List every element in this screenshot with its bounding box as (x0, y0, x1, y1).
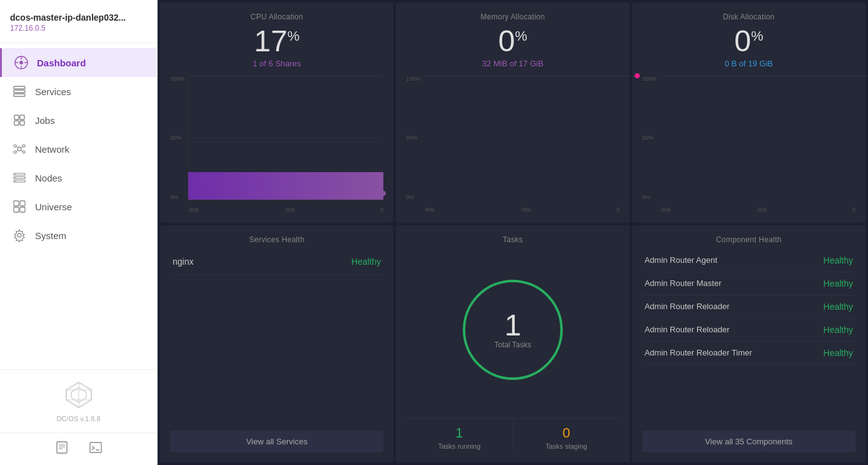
memory-chart: 100% 50% 0% -60s -30s 0 (406, 76, 619, 213)
svg-line-18 (16, 146, 18, 148)
sidebar-item-dashboard[interactable]: Dashboard (0, 48, 157, 77)
sidebar-item-label: Network (35, 144, 69, 155)
main-content: CPU Allocation 17% 1 of 6 Shares 100% 50… (158, 0, 868, 465)
disk-subtitle: 0 B of 19 GiB (725, 59, 773, 68)
svg-line-20 (16, 150, 18, 151)
grid-line (188, 76, 383, 76)
svg-line-21 (21, 150, 23, 151)
sidebar-item-nodes[interactable]: Nodes (0, 163, 157, 192)
component-row-2: Admin Router Reloader Healthy (642, 295, 855, 319)
memory-subtitle: 32 MiB of 17 GiB (482, 59, 543, 68)
sidebar-nav: Dashboard Services (0, 43, 157, 369)
sidebar-item-jobs[interactable]: Jobs (0, 106, 157, 135)
sidebar-item-label: Dashboard (37, 58, 86, 68)
svg-rect-8 (14, 94, 25, 96)
universe-icon (13, 200, 26, 213)
terminal-icon[interactable] (89, 441, 103, 457)
service-name: nginx (173, 257, 193, 267)
grid-line (188, 138, 383, 138)
sidebar-item-label: Nodes (35, 173, 62, 183)
tasks-staging-label: Tasks staging (516, 442, 617, 450)
svg-point-32 (18, 233, 21, 237)
jobs-icon (13, 113, 26, 127)
service-status: Healthy (351, 257, 381, 267)
svg-point-14 (14, 145, 16, 147)
memory-percent: 0% (498, 26, 527, 56)
memory-card-title: Memory Allocation (480, 13, 545, 21)
dashboard-grid: CPU Allocation 17% 1 of 6 Shares 100% 50… (158, 0, 868, 465)
cpu-card-title: CPU Allocation (251, 13, 303, 21)
component-row-0: Admin Router Agent Healthy (642, 249, 855, 272)
memory-y-labels: 100% 50% 0% (406, 76, 420, 200)
svg-point-1 (19, 61, 23, 64)
svg-point-26 (15, 177, 16, 178)
svg-rect-29 (20, 201, 25, 206)
component-name-3: Admin Router Reloader (645, 325, 730, 334)
svg-rect-31 (20, 207, 25, 212)
tasks-total: 1 (505, 310, 522, 340)
sidebar-item-label: Universe (35, 202, 72, 212)
svg-point-27 (15, 181, 16, 182)
svg-rect-7 (14, 90, 25, 93)
sidebar-footer: DC/OS v.1.8.8 (0, 369, 157, 432)
disk-x-labels: -60s -30s 0 (660, 207, 855, 213)
tasks-total-label: Total Tasks (494, 340, 531, 349)
cpu-dot (381, 191, 386, 196)
component-row-4: Admin Router Reloader Timer Healthy (642, 342, 855, 365)
tasks-circle: 1 Total Tasks (463, 280, 563, 380)
cpu-subtitle: 1 of 6 Shares (253, 59, 301, 68)
disk-chart: 100% 50% 0% -60s -30s 0 (642, 76, 855, 213)
sidebar-item-services[interactable]: Services (0, 77, 157, 106)
component-row-1: Admin Router Master Healthy (642, 272, 855, 295)
component-status-3: Healthy (824, 325, 853, 335)
tasks-stats: 1 Tasks running 0 Tasks staging (406, 418, 619, 452)
grid-line (424, 76, 637, 76)
sidebar-item-network[interactable]: Network (0, 135, 157, 163)
memory-chart-inner (423, 76, 637, 76)
tasks-running-label: Tasks running (408, 442, 510, 450)
docs-icon[interactable] (55, 441, 69, 457)
tasks-staging-num: 0 (516, 425, 617, 441)
component-name-2: Admin Router Reloader (645, 302, 730, 311)
nodes-icon (13, 171, 26, 185)
svg-rect-10 (20, 115, 24, 120)
services-card-title: Services Health (170, 235, 383, 244)
tasks-staging-stat: 0 Tasks staging (513, 419, 620, 452)
svg-point-16 (14, 151, 16, 153)
disk-y-labels: 100% 50% 0% (642, 76, 657, 200)
app-ip: 172.16.0.5 (10, 24, 147, 33)
svg-rect-30 (14, 207, 19, 212)
component-status-4: Healthy (824, 348, 853, 358)
svg-point-25 (15, 174, 16, 175)
svg-rect-42 (90, 442, 101, 452)
services-icon (13, 84, 26, 98)
tasks-running-num: 1 (408, 425, 510, 441)
component-name-0: Admin Router Agent (645, 255, 717, 265)
sidebar-item-universe[interactable]: Universe (0, 192, 157, 221)
cpu-chart-inner (188, 76, 383, 200)
app-logo (64, 380, 94, 410)
system-icon (13, 228, 26, 242)
component-status-2: Healthy (824, 302, 853, 312)
sidebar-item-system[interactable]: System (0, 221, 157, 250)
cpu-percent: 17% (254, 26, 300, 56)
component-card-title: Component Health (642, 235, 855, 244)
svg-rect-9 (14, 115, 19, 120)
view-services-button[interactable]: View all Services (170, 431, 383, 452)
disk-chart-inner (660, 76, 868, 76)
disk-percent: 0% (734, 26, 763, 56)
memory-allocation-card: Memory Allocation 0% 32 MiB of 17 GiB 10… (396, 3, 629, 223)
service-row: nginx Healthy (170, 249, 383, 275)
services-health-card: Services Health nginx Healthy View all S… (160, 225, 393, 463)
svg-rect-28 (14, 201, 19, 206)
component-row-3: Admin Router Reloader Healthy (642, 319, 855, 342)
component-name-1: Admin Router Master (645, 278, 722, 288)
memory-dot (635, 73, 640, 78)
dashboard-icon (14, 56, 28, 69)
cpu-bar (188, 172, 383, 199)
tasks-card: Tasks 1 Total Tasks 1 Tasks running 0 Ta… (396, 225, 629, 463)
view-components-button[interactable]: View all 35 Components (642, 431, 855, 452)
sidebar-item-label: Services (35, 86, 71, 97)
svg-rect-38 (57, 442, 67, 453)
app-version: DC/OS v.1.8.8 (56, 415, 100, 422)
